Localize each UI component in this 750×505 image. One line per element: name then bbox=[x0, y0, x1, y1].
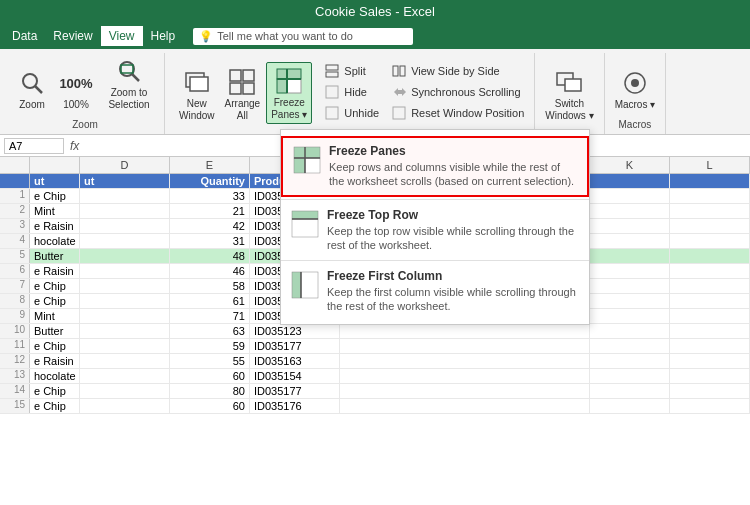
cell-k[interactable] bbox=[590, 264, 670, 278]
menu-view[interactable]: View bbox=[101, 26, 143, 46]
cell-partial[interactable]: Butter bbox=[30, 249, 80, 263]
menu-data[interactable]: Data bbox=[4, 26, 45, 46]
cell-l[interactable] bbox=[670, 234, 750, 248]
cell-k[interactable] bbox=[590, 279, 670, 293]
cell-d[interactable] bbox=[80, 399, 170, 413]
cell-f[interactable]: ID035154 bbox=[250, 369, 340, 383]
cell-e[interactable]: 48 bbox=[170, 249, 250, 263]
cell-partial[interactable]: hocolate bbox=[30, 369, 80, 383]
cell-partial[interactable]: e Raisin bbox=[30, 219, 80, 233]
table-row[interactable]: 14 e Chip 80 ID035177 bbox=[0, 384, 750, 399]
cell-k[interactable] bbox=[590, 354, 670, 368]
cell-d[interactable] bbox=[80, 354, 170, 368]
cell-l[interactable] bbox=[670, 279, 750, 293]
cell-k[interactable] bbox=[590, 294, 670, 308]
cell-d[interactable] bbox=[80, 384, 170, 398]
cell-e[interactable]: 71 bbox=[170, 309, 250, 323]
cell-k[interactable] bbox=[590, 339, 670, 353]
cell-d[interactable] bbox=[80, 204, 170, 218]
name-box[interactable]: A7 bbox=[4, 138, 64, 154]
cell-k[interactable] bbox=[590, 234, 670, 248]
menu-help[interactable]: Help bbox=[143, 26, 184, 46]
freeze-top-row-option[interactable]: Freeze Top Row Keep the top row visible … bbox=[281, 202, 589, 259]
col-header-l[interactable]: L bbox=[670, 157, 750, 173]
cell-e[interactable]: 55 bbox=[170, 354, 250, 368]
col-header-e[interactable]: E bbox=[170, 157, 250, 173]
cell-e[interactable]: 63 bbox=[170, 324, 250, 338]
cell-f[interactable]: ID035123 bbox=[250, 324, 340, 338]
table-row[interactable]: 13 hocolate 60 ID035154 bbox=[0, 369, 750, 384]
cell-e[interactable]: 61 bbox=[170, 294, 250, 308]
freeze-panes-button[interactable]: FreezePanes ▾ bbox=[266, 62, 312, 124]
search-bar[interactable]: 💡 Tell me what you want to do bbox=[193, 28, 413, 45]
cell-partial[interactable]: e Raisin bbox=[30, 354, 80, 368]
cell-k[interactable] bbox=[590, 399, 670, 413]
reset-window-position-button[interactable]: Reset Window Position bbox=[387, 103, 528, 123]
zoom-to-selection-button[interactable]: Zoom to Selection bbox=[100, 53, 158, 113]
unhide-button[interactable]: Unhide bbox=[320, 103, 383, 123]
cell-l[interactable] bbox=[670, 384, 750, 398]
table-row[interactable]: 15 e Chip 60 ID035176 bbox=[0, 399, 750, 414]
cell-d[interactable] bbox=[80, 234, 170, 248]
cell-partial[interactable]: Mint bbox=[30, 204, 80, 218]
cell-partial[interactable]: e Chip bbox=[30, 384, 80, 398]
cell-partial[interactable]: e Raisin bbox=[30, 264, 80, 278]
zoom-button[interactable]: Zoom bbox=[12, 65, 52, 113]
cell-d[interactable] bbox=[80, 339, 170, 353]
cell-e[interactable]: 42 bbox=[170, 219, 250, 233]
cell-d[interactable] bbox=[80, 309, 170, 323]
table-row[interactable]: 10 Butter 63 ID035123 bbox=[0, 324, 750, 339]
cell-partial[interactable]: hocolate bbox=[30, 234, 80, 248]
cell-e[interactable]: 60 bbox=[170, 369, 250, 383]
cell-e[interactable]: 46 bbox=[170, 264, 250, 278]
split-button[interactable]: Split bbox=[320, 61, 383, 81]
cell-partial[interactable]: e Chip bbox=[30, 399, 80, 413]
cell-f[interactable]: ID035177 bbox=[250, 384, 340, 398]
cell-partial[interactable]: e Chip bbox=[30, 339, 80, 353]
cell-partial[interactable]: e Chip bbox=[30, 294, 80, 308]
cell-l[interactable] bbox=[670, 309, 750, 323]
cell-l[interactable] bbox=[670, 369, 750, 383]
table-row[interactable]: 11 e Chip 59 ID035177 bbox=[0, 339, 750, 354]
cell-e[interactable]: 33 bbox=[170, 189, 250, 203]
cell-e[interactable]: 80 bbox=[170, 384, 250, 398]
cell-partial[interactable]: Butter bbox=[30, 324, 80, 338]
cell-partial[interactable]: Mint bbox=[30, 309, 80, 323]
synchronous-scrolling-button[interactable]: Synchronous Scrolling bbox=[387, 82, 528, 102]
cell-l[interactable] bbox=[670, 189, 750, 203]
cell-l[interactable] bbox=[670, 324, 750, 338]
cell-f[interactable]: ID035176 bbox=[250, 399, 340, 413]
cell-e[interactable]: 31 bbox=[170, 234, 250, 248]
col-header-d[interactable]: D bbox=[80, 157, 170, 173]
cell-l[interactable] bbox=[670, 249, 750, 263]
cell-d[interactable] bbox=[80, 279, 170, 293]
cell-e[interactable]: 60 bbox=[170, 399, 250, 413]
table-row[interactable]: 12 e Raisin 55 ID035163 bbox=[0, 354, 750, 369]
cell-partial[interactable]: e Chip bbox=[30, 189, 80, 203]
cell-e[interactable]: 58 bbox=[170, 279, 250, 293]
cell-k[interactable] bbox=[590, 249, 670, 263]
cell-e[interactable]: 59 bbox=[170, 339, 250, 353]
cell-l[interactable] bbox=[670, 219, 750, 233]
cell-d[interactable] bbox=[80, 324, 170, 338]
switch-windows-button[interactable]: SwitchWindows ▾ bbox=[541, 64, 597, 124]
new-window-button[interactable]: NewWindow bbox=[175, 64, 219, 124]
cell-e[interactable]: 21 bbox=[170, 204, 250, 218]
menu-review[interactable]: Review bbox=[45, 26, 100, 46]
cell-l[interactable] bbox=[670, 204, 750, 218]
col-header-k[interactable]: K bbox=[590, 157, 670, 173]
cell-l[interactable] bbox=[670, 264, 750, 278]
cell-d[interactable] bbox=[80, 189, 170, 203]
cell-k[interactable] bbox=[590, 369, 670, 383]
cell-d[interactable] bbox=[80, 294, 170, 308]
view-side-by-side-button[interactable]: View Side by Side bbox=[387, 61, 528, 81]
cell-k[interactable] bbox=[590, 204, 670, 218]
macros-button[interactable]: Macros ▾ bbox=[611, 65, 660, 113]
cell-k[interactable] bbox=[590, 219, 670, 233]
hide-button[interactable]: Hide bbox=[320, 82, 383, 102]
cell-d[interactable] bbox=[80, 369, 170, 383]
arrange-all-button[interactable]: ArrangeAll bbox=[221, 64, 265, 124]
freeze-panes-option[interactable]: Freeze Panes Keep rows and columns visib… bbox=[281, 136, 589, 197]
cell-partial[interactable]: e Chip bbox=[30, 279, 80, 293]
cell-d[interactable] bbox=[80, 249, 170, 263]
